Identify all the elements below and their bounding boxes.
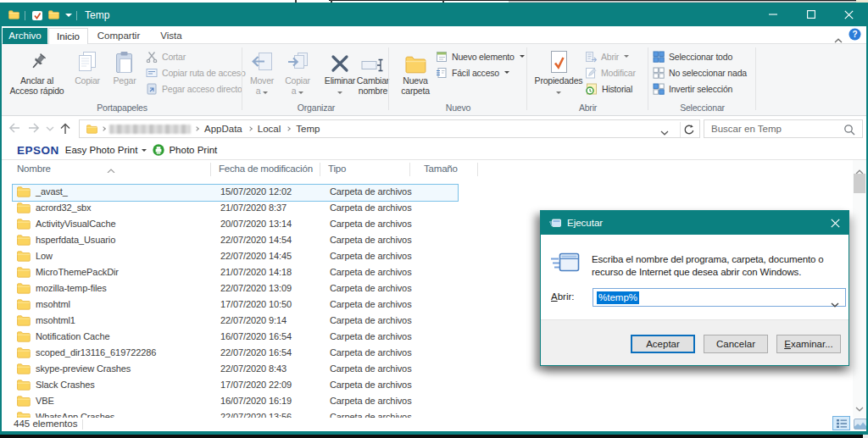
- epson-toolbar: EPSON Easy Photo Print Photo Print: [2, 141, 866, 160]
- search-box[interactable]: [704, 119, 863, 138]
- quick-access-properties-icon[interactable]: [31, 10, 43, 21]
- maximize-button[interactable]: [792, 3, 830, 26]
- file-row[interactable]: WhatsApp Crashes 22/07/2020 13:56 Carpet…: [10, 409, 851, 418]
- epson-logo: EPSON: [17, 144, 59, 157]
- quick-access-newfolder-icon[interactable]: [48, 10, 59, 19]
- cancel-button[interactable]: Cancelar: [704, 335, 768, 353]
- modify-button[interactable]: Modificar: [585, 65, 636, 80]
- file-date: 20/07/2020 13:14: [220, 216, 292, 232]
- pin-to-quickaccess-button[interactable]: Anclar al Acceso rápido: [6, 47, 68, 96]
- delete-button[interactable]: Eliminar: [321, 47, 359, 96]
- file-date: 22/07/2020 16:54: [220, 345, 292, 361]
- folder-icon: [17, 412, 31, 418]
- file-date: 22/07/2020 13:09: [220, 280, 292, 297]
- search-icon[interactable]: [843, 124, 855, 139]
- new-item-button[interactable]: Nuevo elemento: [436, 49, 525, 64]
- recent-locations-icon[interactable]: [46, 126, 54, 131]
- invert-selection-button[interactable]: Invertir selección: [653, 81, 732, 96]
- paste-button[interactable]: Pegar: [106, 47, 143, 86]
- folder-icon: [17, 219, 31, 230]
- combo-dropdown-icon[interactable]: [831, 296, 839, 311]
- column-header-nombre[interactable]: Nombre: [17, 160, 51, 178]
- details-view-button[interactable]: [832, 416, 850, 430]
- file-row[interactable]: _avast_ 15/07/2020 12:02 Carpeta de arch…: [10, 184, 851, 200]
- run-icon: [550, 251, 581, 277]
- epson-menu[interactable]: Easy Photo Print: [65, 145, 138, 155]
- select-none-button[interactable]: No seleccionar nada: [653, 65, 747, 80]
- vertical-scrollbar[interactable]: [853, 160, 866, 418]
- up-button[interactable]: [60, 123, 70, 135]
- scrollbar-thumb[interactable]: [854, 174, 865, 193]
- folder-icon: [17, 299, 31, 310]
- items-count: 445 elementos: [14, 419, 77, 429]
- photo-print-icon[interactable]: [153, 144, 164, 156]
- file-type: Carpeta de archivos: [330, 280, 412, 297]
- folder-icon: [17, 202, 31, 213]
- column-header-tipo[interactable]: Tipo: [328, 160, 346, 178]
- tab-archivo[interactable]: Archivo: [3, 28, 47, 44]
- column-header-tamano[interactable]: Tamaño: [424, 160, 458, 178]
- group-label-select: Seleccionar: [648, 103, 756, 113]
- column-header-fecha[interactable]: Fecha de modificación: [219, 160, 313, 178]
- copy-to-button[interactable]: Copiar a: [281, 47, 314, 96]
- browse-button[interactable]: Examinar...: [776, 335, 841, 353]
- minimize-button[interactable]: [754, 3, 792, 26]
- copy-path-button[interactable]: Copiar ruta de acceso: [146, 65, 246, 80]
- rename-button[interactable]: Cambiar nombre: [355, 47, 391, 96]
- file-type: Carpeta de archivos: [330, 264, 412, 280]
- window-title: Temp: [85, 9, 109, 21]
- breadcrumb[interactable]: AppData Local Temp: [79, 119, 700, 138]
- quick-access-folder-icon[interactable]: [8, 10, 19, 19]
- run-dialog-close-button[interactable]: [821, 211, 849, 235]
- file-date: 21/07/2020 14:18: [220, 264, 292, 280]
- copy-button[interactable]: Copiar: [70, 47, 105, 86]
- ribbon-group-organize: Mover a Copiar a Eliminar Cambiar nombre…: [243, 44, 389, 115]
- file-type: Carpeta de archivos: [330, 216, 412, 232]
- help-icon[interactable]: ?: [849, 28, 861, 44]
- file-name: skype-preview Crashes: [36, 361, 131, 377]
- move-to-button[interactable]: Mover a: [245, 47, 279, 96]
- svg-text:?: ?: [852, 30, 857, 39]
- epson-menu-arrow-icon[interactable]: [142, 149, 147, 152]
- breadcrumb-item[interactable]: Temp: [294, 124, 321, 134]
- epson-photo-print[interactable]: Photo Print: [169, 145, 217, 155]
- tab-compartir[interactable]: Compartir: [90, 28, 147, 44]
- tab-inicio[interactable]: Inicio: [48, 28, 88, 45]
- location-folder-icon: [86, 125, 97, 134]
- open-button[interactable]: Abrir: [585, 49, 629, 64]
- refresh-icon[interactable]: [683, 124, 695, 139]
- run-command-value[interactable]: %temp%: [597, 291, 639, 304]
- forward-button[interactable]: [28, 123, 40, 133]
- run-dialog: Ejecutar Escriba el nombre del programa,…: [540, 210, 849, 366]
- cut-button[interactable]: Cortar: [146, 49, 186, 64]
- tab-vista[interactable]: Vista: [149, 28, 193, 44]
- easy-access-button[interactable]: Fácil acceso: [436, 65, 509, 80]
- paste-shortcut-button[interactable]: Pegar acceso directo: [146, 81, 242, 96]
- history-button[interactable]: Historial: [585, 81, 632, 96]
- new-folder-button[interactable]: Nueva carpeta: [396, 47, 435, 96]
- close-button[interactable]: [830, 3, 868, 26]
- address-dropdown-icon[interactable]: [660, 124, 669, 139]
- file-row[interactable]: Slack Crashes 17/07/2020 22:09 Carpeta d…: [10, 377, 851, 393]
- status-bar: 445 elementos: [2, 418, 866, 431]
- breadcrumb-item[interactable]: AppData: [203, 124, 244, 134]
- file-type: Carpeta de archivos: [330, 361, 412, 377]
- desktop-screen: Temp Archivo Inicio Compartir Vista ? An…: [0, 0, 868, 438]
- search-input[interactable]: [711, 122, 838, 136]
- file-row[interactable]: VBE 16/07/2020 16:19 Carpeta de archivos: [10, 393, 851, 409]
- run-dialog-footer: Aceptar Cancelar Examinar...: [541, 319, 849, 365]
- properties-button[interactable]: Propiedades: [534, 47, 583, 96]
- file-name: WhatsApp Crashes: [36, 409, 114, 418]
- run-command-combobox[interactable]: %temp%: [593, 288, 846, 307]
- accept-button[interactable]: Aceptar: [631, 335, 695, 353]
- select-all-button[interactable]: Seleccionar todo: [653, 49, 732, 64]
- breadcrumb-separator-icon: [248, 126, 253, 131]
- file-type: Carpeta de archivos: [330, 313, 412, 329]
- breadcrumb-item[interactable]: Local: [256, 124, 283, 134]
- scroll-down-icon[interactable]: [855, 400, 864, 415]
- ribbon-group-open: Propiedades Abrir Modificar Historial Ab…: [527, 44, 648, 115]
- file-name: Slack Crashes: [36, 377, 95, 393]
- quick-access-customize-arrow-icon[interactable]: [65, 14, 72, 17]
- back-button[interactable]: [8, 123, 20, 133]
- file-type: Carpeta de archivos: [330, 232, 412, 248]
